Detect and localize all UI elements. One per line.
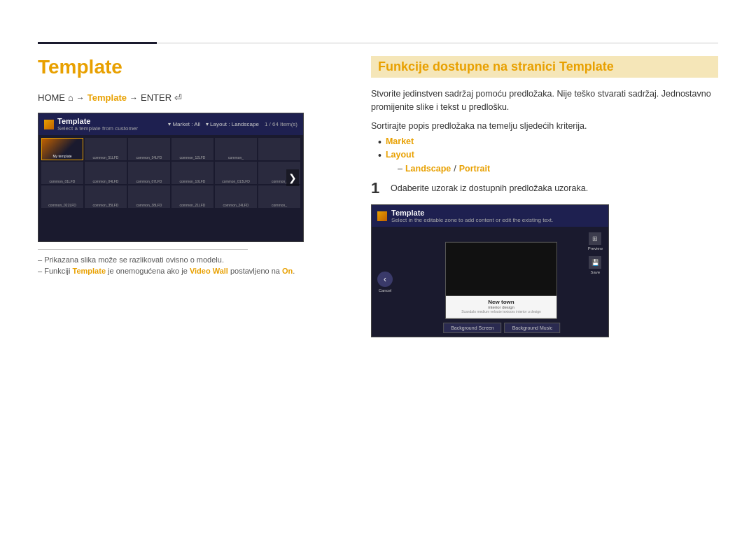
grid-label-6: common_01LFD <box>41 179 83 183</box>
grid-item-13[interactable]: common_35LFD <box>85 185 127 208</box>
grid-label-14: common_38LFD <box>128 203 170 207</box>
top-divider <box>38 42 718 44</box>
grid-item-3[interactable]: common_12LFD <box>172 138 214 160</box>
bullet-layout: • Layout <box>378 150 718 162</box>
sort-text: Sortirajte popis predložaka na temelju s… <box>371 121 718 131</box>
bullet-list: • Market • Layout – Landscape / Portrait <box>378 136 718 174</box>
ui-title: Template <box>57 117 138 125</box>
slash: / <box>454 164 456 174</box>
grid-item-1[interactable]: common_51LFD <box>85 138 127 160</box>
top-line-thin <box>157 43 718 43</box>
grid-label-10: common_013LFD <box>215 179 257 183</box>
ui-header: Template Select a template from customer… <box>38 113 303 135</box>
landscape-label: Landscape <box>405 164 451 174</box>
arrow-2: → <box>130 93 138 103</box>
ui-filters: Market : All Layout : Landscape 1 / 64 I… <box>168 121 298 127</box>
grid-item-7[interactable]: common_04LFD <box>85 162 127 184</box>
detail-title: Template <box>391 209 553 217</box>
grid-item-9[interactable]: common_10LFD <box>172 162 214 184</box>
top-line-accent <box>38 42 157 44</box>
my-template-label: My template <box>42 154 83 158</box>
preview-text-area: New town interior design Scandalo medium… <box>446 295 556 318</box>
bg-screen-btn[interactable]: Background Screen <box>443 323 501 333</box>
preview-small: Scandalo medium veloute textoors interio… <box>450 309 552 313</box>
grid-item-my-template[interactable]: My template <box>41 138 83 160</box>
template-ui-mockup: Template Select a template from customer… <box>38 113 304 242</box>
step-1-row: 1 Odaberite uzorak iz dostupnih predloža… <box>371 181 718 196</box>
filter-market[interactable]: Market : All <box>168 121 200 127</box>
grid-item-15[interactable]: common_21LFD <box>172 185 214 208</box>
grid-label-12: common_022LFD <box>41 203 83 207</box>
grid-label-1: common_51LFD <box>85 155 127 160</box>
grid-item-5 <box>258 138 300 160</box>
detail-right-icons: ⊞ Preview 💾 Save <box>588 232 603 274</box>
description: Stvorite jedinstven sadržaj pomoću predl… <box>371 87 718 114</box>
note-1: – Prikazana slika može se razlikovati ov… <box>38 255 339 264</box>
grid-label-15: common_21LFD <box>172 203 214 207</box>
home-label: HOME <box>38 92 65 103</box>
ui-grid: My template common_51LFD common_34LFD co… <box>38 135 303 211</box>
breadcrumb-template: Template <box>88 92 127 103</box>
grid-label-13: common_35LFD <box>85 203 127 207</box>
layout-label: Layout <box>386 150 414 160</box>
item-count: 1 / 64 Item(s) <box>265 121 298 127</box>
preview-btn[interactable]: ⊞ Preview <box>588 232 603 251</box>
bullet-market: • Market <box>378 136 718 148</box>
bullet-dot-layout: • <box>378 150 382 162</box>
section-heading: Funkcije dostupne na stranici Template <box>371 56 718 78</box>
grid-item-17[interactable]: common_ <box>258 185 300 208</box>
arrow-1: → <box>76 93 85 103</box>
right-column: Funkcije dostupne na stranici Template S… <box>371 56 718 337</box>
grid-label-9: common_10LFD <box>172 179 214 183</box>
sub-dash: – <box>398 164 402 174</box>
preview-icon[interactable]: ⊞ <box>589 232 601 245</box>
grid-item-2[interactable]: common_34LFD <box>128 138 170 160</box>
cancel-label: Cancel <box>379 288 392 293</box>
preview-icon-label: Preview <box>588 246 603 251</box>
save-icon[interactable]: 💾 <box>589 256 601 269</box>
step-number: 1 <box>371 181 384 196</box>
grid-item-6[interactable]: common_01LFD <box>41 162 83 184</box>
nav-arrow-right[interactable]: ❯ <box>286 169 299 186</box>
grid-item-10[interactable]: common_013LFD <box>215 162 257 184</box>
preview-inner <box>446 243 556 296</box>
portrait-label: Portrait <box>459 164 490 174</box>
filter-layout[interactable]: Layout : Landscape <box>206 121 259 127</box>
grid-label-8: common_07LFD <box>128 179 170 183</box>
grid-label-7: common_04LFD <box>85 179 127 183</box>
ui-subtitle: Select a template from customer <box>57 125 138 132</box>
grid-label-3: common_12LFD <box>172 155 214 160</box>
ui-logo-icon <box>44 120 54 129</box>
divider <box>38 249 248 250</box>
bullet-dot-market: • <box>378 136 382 148</box>
page-title: Template <box>38 56 339 78</box>
grid-item-14[interactable]: common_38LFD <box>128 185 170 208</box>
detail-body: ‹ Cancel New town interior design Scanda… <box>372 227 608 337</box>
home-icon: ⌂ <box>68 92 74 103</box>
note-2: – Funkciji Template je onemogućena ako j… <box>38 267 339 275</box>
sub-bullet-landscape-portrait: – Landscape / Portrait <box>398 164 718 174</box>
grid-label-4: common_ <box>215 155 257 160</box>
detail-header: Template Select in the editable zone to … <box>372 205 608 227</box>
grid-label-17: common_ <box>258 203 300 207</box>
step-text: Odaberite uzorak iz dostupnih predložaka… <box>391 181 588 193</box>
enter-icon: ⏎ <box>174 92 182 103</box>
grid-item-16[interactable]: common_24LFD <box>215 185 257 208</box>
market-label: Market <box>386 136 414 146</box>
save-icon-label: Save <box>590 270 600 274</box>
cancel-btn-area[interactable]: ‹ Cancel <box>377 272 393 293</box>
detail-subtitle: Select in the editable zone to add conte… <box>391 217 553 223</box>
cancel-icon[interactable]: ‹ <box>377 272 393 287</box>
left-column: Template HOME ⌂ → Template → ENTER ⏎ Tem… <box>38 56 339 278</box>
grid-item-4[interactable]: common_ <box>215 138 257 160</box>
grid-item-12[interactable]: common_022LFD <box>41 185 83 208</box>
template-detail-ui: Template Select in the editable zone to … <box>371 204 609 337</box>
ui-logo: Template Select a template from customer <box>44 117 138 132</box>
detail-logo-icon <box>377 211 387 221</box>
bg-music-btn[interactable]: Background Music <box>505 323 561 333</box>
grid-item-8[interactable]: common_07LFD <box>128 162 170 184</box>
preview-title: New town <box>450 298 552 304</box>
enter-label: ENTER <box>141 92 172 103</box>
grid-label-2: common_34LFD <box>128 155 170 160</box>
save-btn[interactable]: 💾 Save <box>588 256 603 274</box>
